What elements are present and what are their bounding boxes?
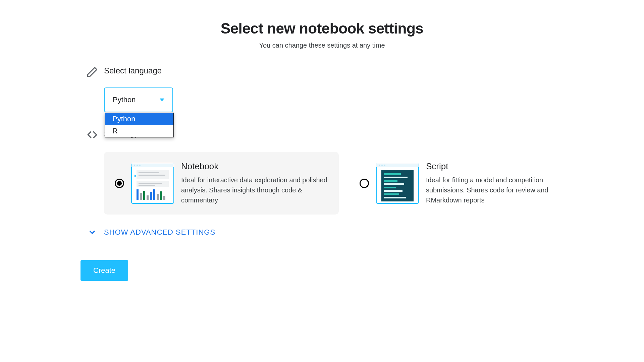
script-title: Script	[426, 161, 573, 172]
svg-rect-32	[384, 190, 402, 192]
page-subtitle: You can change these settings at any tim…	[80, 42, 564, 49]
chevron-down-icon	[88, 228, 97, 237]
svg-rect-18	[157, 194, 159, 200]
svg-rect-13	[140, 193, 142, 200]
radio-script[interactable]	[360, 179, 369, 188]
svg-rect-28	[384, 177, 408, 178]
svg-rect-10	[139, 183, 162, 184]
svg-rect-14	[143, 191, 145, 200]
notebook-thumbnail-icon	[131, 162, 174, 205]
svg-point-23	[379, 165, 380, 166]
language-option-r[interactable]: R	[105, 125, 173, 137]
svg-rect-30	[384, 183, 404, 185]
language-select[interactable]: Python	[104, 87, 173, 112]
svg-rect-12	[137, 189, 139, 200]
notebook-title: Notebook	[181, 161, 328, 172]
svg-rect-27	[384, 173, 401, 175]
svg-point-2	[134, 165, 135, 166]
code-icon	[87, 129, 98, 140]
language-dropdown: Python R	[105, 113, 174, 137]
svg-rect-11	[139, 185, 155, 186]
language-option-python[interactable]: Python	[105, 113, 173, 125]
svg-rect-33	[384, 193, 399, 195]
type-option-script[interactable]: Script Ideal for fitting a model and com…	[349, 152, 584, 215]
notebook-desc: Ideal for interactive data exploration a…	[181, 175, 328, 205]
svg-rect-16	[150, 192, 152, 200]
svg-rect-6	[139, 172, 159, 173]
svg-rect-31	[384, 187, 396, 188]
svg-rect-9	[137, 181, 169, 187]
advanced-settings-label: SHOW ADVANCED SETTINGS	[104, 228, 215, 237]
language-select-value: Python	[113, 96, 136, 104]
type-section: Select type	[80, 129, 564, 215]
type-label: Select type	[104, 129, 584, 138]
svg-rect-7	[139, 175, 165, 176]
script-desc: Ideal for fitting a model and competitio…	[426, 175, 573, 205]
type-option-notebook[interactable]: Notebook Ideal for interactive data expl…	[104, 152, 339, 215]
advanced-settings-toggle[interactable]: SHOW ADVANCED SETTINGS	[80, 228, 564, 237]
svg-rect-29	[384, 180, 397, 182]
svg-rect-20	[163, 196, 165, 200]
language-section: Select language Python Python R	[80, 66, 564, 112]
radio-notebook[interactable]	[115, 179, 124, 188]
svg-point-4	[139, 165, 141, 166]
language-label: Select language	[104, 66, 564, 75]
svg-point-24	[381, 165, 383, 166]
page-title: Select new notebook settings	[80, 20, 564, 37]
pencil-icon	[86, 66, 98, 78]
script-thumbnail-icon	[376, 162, 419, 205]
svg-rect-19	[160, 191, 162, 200]
svg-rect-15	[147, 195, 149, 200]
svg-rect-17	[153, 189, 155, 200]
create-button[interactable]: Create	[80, 260, 128, 281]
svg-rect-34	[384, 197, 406, 198]
svg-point-3	[137, 165, 138, 166]
svg-point-25	[384, 165, 385, 166]
caret-down-icon	[160, 98, 164, 102]
